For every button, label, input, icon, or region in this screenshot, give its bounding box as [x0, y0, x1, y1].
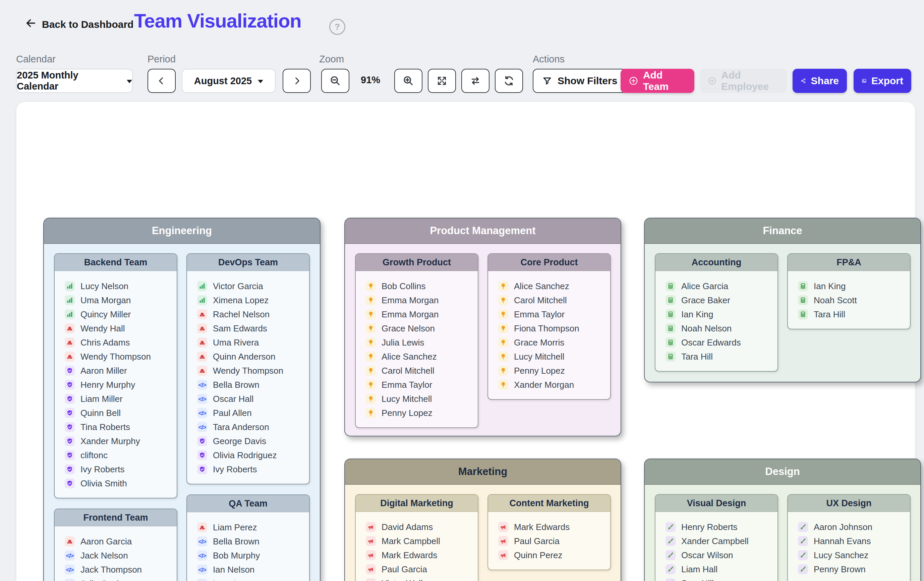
refresh-button[interactable]	[495, 69, 523, 93]
subteam-card[interactable]: Content MarketingMark EdwardsPaul Garcia…	[487, 494, 611, 570]
team-card-marketing[interactable]: MarketingDigital MarketingDavid AdamsMar…	[344, 459, 621, 581]
subteam-card[interactable]: QA TeamLiam Perez</>Bella Brown</>Bob Mu…	[186, 495, 310, 581]
member-row[interactable]: Ian King	[798, 279, 906, 293]
member-row[interactable]: Emma Taylor	[498, 307, 606, 321]
team-card-engineering[interactable]: EngineeringBackend TeamLucy NelsonUma Mo…	[43, 218, 320, 581]
member-row[interactable]: Penny Lopez	[498, 364, 606, 378]
member-row[interactable]: Fiona Thompson	[498, 321, 606, 336]
add-team-button[interactable]: Add Team	[620, 69, 694, 93]
subteam-card[interactable]: Digital MarketingDavid AdamsMark Campbel…	[355, 494, 478, 581]
zoom-in-button[interactable]	[394, 69, 422, 93]
member-row[interactable]: Uma Morgan	[65, 293, 173, 307]
member-row[interactable]: Hannah Evans	[798, 534, 906, 548]
member-row[interactable]: Mark Campbell	[366, 534, 474, 548]
member-row[interactable]: Ivy Roberts	[65, 462, 173, 476]
member-row[interactable]: Penny Lopez	[366, 406, 474, 420]
member-row[interactable]: Quinn Perez	[498, 548, 606, 562]
member-row[interactable]: Tara Hill	[798, 307, 906, 321]
subteam-card[interactable]: Core ProductAlice SanchezCarol MitchellE…	[487, 253, 611, 400]
member-row[interactable]: Bob Collins	[366, 279, 474, 293]
member-row[interactable]: Alice Garcia	[665, 279, 774, 293]
period-next-button[interactable]	[283, 69, 311, 93]
back-to-dashboard-button[interactable]: Back to Dashboard	[25, 17, 134, 31]
subteam-card[interactable]: FP&AIan KingNoah ScottTara Hill	[787, 253, 911, 329]
member-row[interactable]: </>Paul Allen	[197, 406, 305, 420]
member-row[interactable]: Rachel Nelson	[197, 307, 305, 321]
member-row[interactable]: Aaron Garcia	[65, 535, 173, 548]
member-row[interactable]: </>Jack Nelson	[65, 548, 173, 563]
subteam-card[interactable]: AccountingAlice GarciaGrace BakerIan Kin…	[655, 253, 778, 372]
member-row[interactable]: Alice Sanchez	[366, 349, 474, 364]
member-row[interactable]: Quinn Anderson	[197, 349, 305, 364]
member-row[interactable]: Ximena Lopez	[197, 293, 305, 307]
calendar-select[interactable]: 2025 Monthly Calendar	[16, 69, 133, 93]
member-row[interactable]: Wendy Hall	[65, 321, 173, 336]
member-row[interactable]: George Davis	[197, 434, 305, 448]
member-row[interactable]: Aaron Johnson	[798, 520, 906, 534]
export-button[interactable]: Export	[854, 69, 911, 93]
subteam-card[interactable]: Growth ProductBob CollinsEmma MorganEmma…	[355, 253, 478, 428]
member-row[interactable]: Carol Mitchell	[498, 293, 606, 307]
member-row[interactable]: Tina Roberts	[65, 420, 173, 434]
member-row[interactable]: Lucy Sanchez	[798, 548, 906, 562]
member-row[interactable]: Quinn Bell	[65, 406, 173, 420]
team-card-product[interactable]: Product ManagementGrowth ProductBob Coll…	[344, 218, 621, 436]
member-row[interactable]: </>Jack Thompson	[65, 563, 173, 577]
team-card-finance[interactable]: FinanceAccountingAlice GarciaGrace Baker…	[644, 218, 921, 382]
member-row[interactable]: Xander Morgan	[498, 378, 606, 392]
member-row[interactable]: Julia Lewis	[366, 336, 474, 349]
member-row[interactable]: Lucy Nelson	[65, 279, 173, 293]
member-row[interactable]: Mark Edwards	[366, 548, 474, 562]
subteam-card[interactable]: UX DesignAaron JohnsonHannah EvansLucy S…	[787, 494, 911, 581]
member-row[interactable]: Liam Hall	[665, 562, 774, 576]
member-row[interactable]: Emma Morgan	[366, 293, 474, 307]
member-row[interactable]: </>Bob Murphy	[197, 548, 305, 563]
member-row[interactable]: Emma Morgan	[366, 307, 474, 321]
member-row[interactable]: </>Ian Nelson	[197, 563, 305, 577]
member-row[interactable]: </>Lucy Lopez	[197, 577, 305, 581]
member-row[interactable]: Sam Hill	[665, 576, 774, 581]
member-row[interactable]: Chris Adams	[65, 336, 173, 349]
member-row[interactable]: Wendy Thompson	[197, 364, 305, 378]
member-row[interactable]: Henry Roberts	[665, 520, 774, 534]
member-row[interactable]: Paul Garcia	[366, 562, 474, 576]
member-row[interactable]: Olivia Smith	[65, 476, 173, 490]
help-icon[interactable]: ?	[329, 19, 345, 35]
member-row[interactable]: Grace Nelson	[366, 321, 474, 336]
period-select[interactable]: August 2025	[182, 69, 276, 93]
subteam-card[interactable]: Backend TeamLucy NelsonUma MorganQuincy …	[54, 253, 177, 498]
zoom-out-button[interactable]	[321, 69, 349, 93]
member-row[interactable]: </>Bella Brown	[197, 378, 305, 392]
subteam-card[interactable]: Visual DesignHenry RobertsXander Campbel…	[655, 494, 778, 581]
member-row[interactable]: Carol Mitchell	[366, 364, 474, 378]
member-row[interactable]: Liam Perez	[197, 520, 305, 535]
member-row[interactable]: Aaron Miller	[65, 364, 173, 378]
member-row[interactable]: </>Bella Brown	[197, 535, 305, 548]
member-row[interactable]: Oscar Wilson	[665, 548, 774, 562]
member-row[interactable]: Victor Walker	[366, 576, 474, 581]
member-row[interactable]: Emma Taylor	[366, 378, 474, 392]
member-row[interactable]: Noah Scott	[798, 293, 906, 307]
member-row[interactable]: Paul Garcia	[498, 534, 606, 548]
period-prev-button[interactable]	[147, 69, 176, 93]
member-row[interactable]: Wendy Thompson	[65, 349, 173, 364]
member-row[interactable]: </>Oscar Hall	[197, 392, 305, 406]
member-row[interactable]: Noah Nelson	[665, 321, 774, 336]
member-row[interactable]: Quincy Miller	[65, 307, 173, 321]
member-row[interactable]: Mark Edwards	[498, 520, 606, 534]
swap-orientation-button[interactable]	[461, 69, 490, 93]
member-row[interactable]: Penny Brown	[798, 562, 906, 576]
member-row[interactable]: Victor Garcia	[197, 279, 305, 293]
visualization-canvas[interactable]: EngineeringBackend TeamLucy NelsonUma Mo…	[16, 102, 915, 581]
share-button[interactable]: Share	[792, 69, 847, 93]
member-row[interactable]: Lucy Mitchell	[366, 392, 474, 406]
member-row[interactable]: Oscar Edwards	[665, 336, 774, 349]
member-row[interactable]: Sam Edwards	[197, 321, 305, 336]
member-row[interactable]: Ivy Roberts	[197, 462, 305, 476]
member-row[interactable]: Liam Miller	[65, 392, 173, 406]
member-row[interactable]: </>Julia Cook	[65, 577, 173, 581]
subteam-card[interactable]: Frontend TeamAaron Garcia</>Jack Nelson<…	[54, 508, 177, 581]
member-row[interactable]: Ian King	[665, 307, 774, 321]
member-row[interactable]: Olivia Rodriguez	[197, 448, 305, 462]
member-row[interactable]: Grace Baker	[665, 293, 774, 307]
